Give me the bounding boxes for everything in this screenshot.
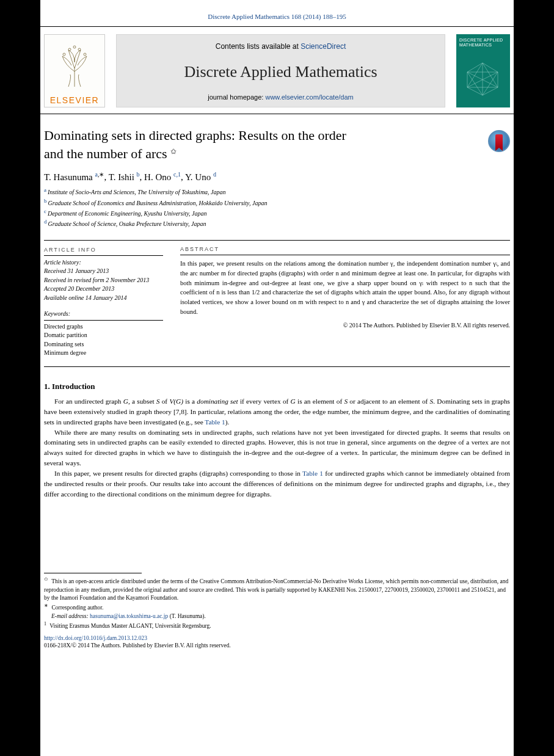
svg-point-0 — [63, 53, 65, 56]
footnote-mark-1: 1 — [44, 621, 46, 627]
history-received: Received 31 January 2013 — [44, 267, 163, 276]
citation-text: Discrete Applied Mathematics 168 (2014) … — [208, 13, 346, 20]
author-2: , T. Ishii — [104, 172, 136, 182]
abstract: ABSTRACT In this paper, we present resul… — [169, 241, 510, 366]
section-1-heading: 1. Introduction — [44, 382, 510, 391]
footnote-mark-asterisk: ∗ — [44, 603, 48, 608]
paper-title: Dominating sets in directed graphs: Resu… — [44, 126, 482, 162]
email-label: E-mail address: — [51, 613, 90, 619]
citation-header: Discrete Applied Mathematics 168 (2014) … — [40, 9, 514, 24]
abstract-copyright: © 2014 The Authors. Published by Elsevie… — [180, 321, 510, 330]
aff-label-c: c — [44, 208, 46, 214]
svg-point-2 — [68, 48, 71, 51]
contents-line: Contents lists available at ScienceDirec… — [216, 42, 346, 51]
author-4: , Y. Uno — [181, 172, 213, 182]
aff-label-b: b — [44, 198, 47, 204]
keyword-1: Directed graphs — [44, 322, 163, 332]
table-1-link-2[interactable]: Table 1 — [302, 470, 323, 477]
footnote-visiting: 1 Visiting Erasmus Mundus Master ALGANT,… — [44, 620, 510, 630]
abstract-text: In this paper, we present results on the… — [180, 259, 510, 317]
crossmark-badge[interactable] — [488, 130, 510, 152]
author-3: , H. Ono — [140, 172, 173, 182]
cover-title: DISCRETE APPLIED MATHEMATICS — [459, 38, 507, 47]
abstract-header: ABSTRACT — [180, 245, 510, 256]
aff-label-d: d — [44, 219, 47, 225]
article-info-header: ARTICLE INFO — [44, 246, 163, 256]
title-line1: Dominating sets in directed graphs: Resu… — [44, 128, 346, 143]
doi-link[interactable]: http://dx.doi.org/10.1016/j.dam.2013.12.… — [44, 635, 147, 641]
body-text: For an undirected graph G, a subset S of… — [44, 396, 510, 500]
svg-point-1 — [84, 53, 86, 56]
elsevier-name: ELSEVIER — [50, 95, 99, 107]
article-history: Article history: Received 31 January 201… — [44, 258, 163, 303]
homepage-link[interactable]: www.elsevier.com/locate/dam — [265, 93, 353, 101]
aff-b: Graduate School of Economics and Busines… — [48, 200, 268, 206]
contents-prefix: Contents lists available at — [216, 42, 301, 51]
info-abstract-block: ARTICLE INFO Article history: Received 3… — [44, 240, 510, 367]
svg-point-4 — [73, 46, 76, 48]
paragraph-3: In this paper, we present results for di… — [44, 468, 510, 500]
keyword-3: Dominating sets — [44, 340, 163, 349]
footnote-funding: ✩ This is an open-access article distrib… — [44, 576, 510, 602]
keyword-2: Domatic partition — [44, 331, 163, 340]
aff-d: Graduate School of Science, Osaka Prefec… — [48, 221, 206, 228]
homepage-line: journal homepage: www.elsevier.com/locat… — [208, 93, 353, 101]
aff-c: Department of Economic Engineering, Kyus… — [48, 210, 207, 217]
elsevier-logo[interactable]: ELSEVIER — [44, 34, 105, 107]
center-banner: Contents lists available at ScienceDirec… — [116, 34, 445, 107]
bookmark-icon — [495, 134, 503, 148]
article-info: ARTICLE INFO Article history: Received 3… — [44, 241, 169, 366]
aff-label-a: a — [44, 187, 46, 193]
author-list: T. Hasunuma a,∗, T. Ishii b, H. Ono c,1,… — [40, 162, 514, 183]
sciencedirect-link[interactable]: ScienceDirect — [301, 42, 346, 51]
aff-a: Institute of Socio-Arts and Sciences, Th… — [48, 189, 226, 196]
title-note-mark: ✩ — [170, 147, 177, 156]
keywords-block: Keywords: Directed graphs Domatic partit… — [44, 310, 163, 358]
math-g: G — [123, 398, 128, 405]
footnote-email: E-mail address: hasunuma@ias.tokushima-u… — [44, 612, 510, 620]
email-author: (T. Hasunuma). — [168, 613, 206, 619]
affiliations: aInstitute of Socio-Arts and Sciences, T… — [40, 183, 514, 228]
footnote-rule — [44, 573, 142, 573]
author-3-aff: c,1 — [173, 171, 181, 178]
history-label: Article history: — [44, 258, 163, 267]
copyright-line: 0166-218X/© 2014 The Authors. Published … — [44, 642, 510, 649]
journal-title: Discrete Applied Mathematics — [184, 63, 377, 81]
email-link[interactable]: hasunuma@ias.tokushima-u.ac.jp — [90, 613, 168, 619]
elsevier-tree-icon — [45, 35, 104, 95]
paragraph-1: For an undirected graph G, a subset S of… — [44, 396, 510, 427]
keywords-header: Keywords: — [44, 310, 163, 321]
svg-point-3 — [78, 48, 81, 51]
term-dominating-set: dominating set — [197, 398, 238, 405]
table-1-link[interactable]: Table 1 — [205, 418, 225, 426]
journal-banner: ELSEVIER Contents lists available at Sci… — [40, 27, 514, 107]
footnote-corresponding: ∗ Corresponding author. — [44, 602, 510, 612]
keyword-4: Minimum degree — [44, 349, 163, 358]
math-vg: V(G) — [169, 398, 183, 405]
homepage-prefix: journal homepage: — [208, 93, 265, 101]
author-4-aff: d — [213, 171, 216, 178]
author-1-corr: ,∗ — [98, 171, 104, 178]
journal-cover-thumbnail[interactable]: DISCRETE APPLIED MATHEMATICS — [456, 34, 510, 107]
paragraph-2: While there are many results on dominati… — [44, 427, 510, 469]
doi-line: http://dx.doi.org/10.1016/j.dam.2013.12.… — [44, 635, 510, 641]
author-1: T. Hasunuma — [44, 172, 95, 182]
footnote-mark-star: ✩ — [44, 576, 48, 582]
history-accepted: Accepted 20 December 2013 — [44, 285, 163, 294]
footnotes: ✩ This is an open-access article distrib… — [44, 576, 510, 630]
title-line2: and the number of arcs — [44, 146, 170, 161]
history-online: Available online 14 January 2014 — [44, 294, 163, 303]
history-revised: Received in revised form 2 November 2013 — [44, 276, 163, 285]
